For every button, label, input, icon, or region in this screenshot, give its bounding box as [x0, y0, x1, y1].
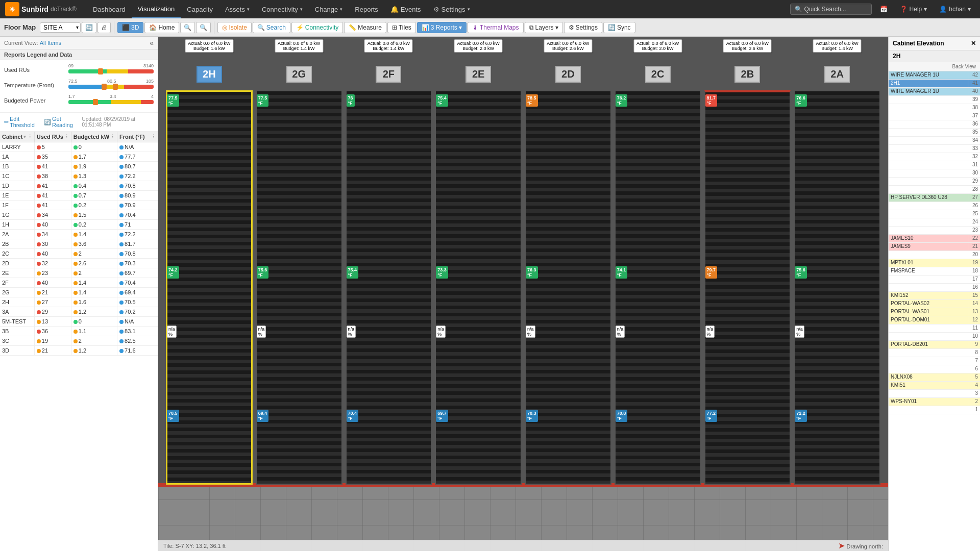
- elevation-row[interactable]: 29: [889, 178, 980, 186]
- search-button[interactable]: 🔍 Search: [253, 22, 290, 33]
- table-row[interactable]: 2H 27 1.6 70.5: [0, 297, 158, 307]
- isolate-button[interactable]: ◎ Isolate: [217, 22, 251, 33]
- elevation-row[interactable]: WIRE MANAGER 1U 42: [889, 71, 980, 80]
- table-row[interactable]: 1D 41 0.4 70.8: [0, 181, 158, 191]
- table-row[interactable]: 2G 21 1.4 69.4: [0, 288, 158, 297]
- table-row[interactable]: 2B 30 3.6 81.7: [0, 239, 158, 249]
- cabinet-2g[interactable]: Actual: 0.0 of 6.0 kWBudget: 1.4 kW 2G 7…: [256, 65, 342, 485]
- table-row[interactable]: 2D 32 2.6 70.3: [0, 259, 158, 268]
- zoom-in-button[interactable]: 🔍: [180, 22, 195, 33]
- current-view-link[interactable]: All Items: [40, 40, 61, 46]
- elevation-row[interactable]: JAMES9 21: [889, 243, 980, 251]
- cabinet-2c[interactable]: Actual: 0.0 of 6.0 kWBudget: 2.0 kW 2C 7…: [615, 65, 701, 485]
- table-row[interactable]: 2F 40 1.4 70.4: [0, 278, 158, 288]
- table-row[interactable]: 1F 41 0.2 70.9: [0, 201, 158, 210]
- table-row[interactable]: 3B 36 1.1 83.1: [0, 327, 158, 336]
- thermal-button[interactable]: 🌡 Thermal Maps: [468, 22, 524, 33]
- nav-events[interactable]: 🔔 Events: [384, 0, 427, 18]
- tiles-button[interactable]: ⊞ Tiles: [387, 22, 416, 33]
- elevation-row[interactable]: 17: [889, 276, 980, 284]
- elevation-row[interactable]: WPS-NY01 2: [889, 398, 980, 406]
- home-button[interactable]: 🏠 Home: [144, 22, 179, 33]
- elevation-row[interactable]: 39: [889, 96, 980, 104]
- elevation-row[interactable]: PORTAL-DB201 9: [889, 341, 980, 349]
- table-row[interactable]: 1A 35 1.7 77.7: [0, 152, 158, 162]
- elevation-row[interactable]: HP SERVER DL360 U28 27: [889, 194, 980, 202]
- collapse-button[interactable]: «: [150, 39, 154, 47]
- cabinet-2e[interactable]: Actual: 0.0 of 6.0 kWBudget: 2.0 kW 2E 7…: [435, 65, 522, 485]
- cabinet-2b[interactable]: Actual: 0.0 of 6.0 kWBudget: 3.6 kW 2B 8…: [704, 65, 791, 485]
- elevation-row[interactable]: KMI152 15: [889, 292, 980, 300]
- elevation-row[interactable]: PORTAL-WAS02 14: [889, 300, 980, 308]
- elevation-row[interactable]: MPTXL01 19: [889, 259, 980, 267]
- elevation-row[interactable]: 33: [889, 145, 980, 153]
- table-row[interactable]: 1C 38 1.3 72.2: [0, 171, 158, 181]
- elevation-close-icon[interactable]: ✕: [971, 40, 976, 47]
- elevation-row[interactable]: 35: [889, 129, 980, 137]
- table-row[interactable]: 5M-TEST 13 0 N/A: [0, 317, 158, 327]
- layers-button[interactable]: ⧉ Layers ▾: [525, 22, 563, 33]
- app-logo[interactable]: ☀ Sunbird dcTrack®: [5, 2, 77, 16]
- edit-threshold-link[interactable]: ✏ Edit Threshold: [4, 116, 40, 128]
- elevation-row[interactable]: 34: [889, 137, 980, 145]
- col-budgeted-kw[interactable]: Budgeted kW ⋮: [71, 132, 117, 142]
- col-used-rus[interactable]: Used RUs ⋮: [34, 132, 71, 142]
- elevation-row[interactable]: 1: [889, 406, 980, 414]
- nav-settings[interactable]: ⚙ Settings ▾: [427, 0, 476, 18]
- connectivity-button[interactable]: ⚡ Connectivity: [291, 22, 343, 33]
- 3d-button[interactable]: ⬛ 3D: [117, 22, 143, 33]
- col-front-f[interactable]: Front (°F) ⋮: [117, 132, 158, 142]
- table-row[interactable]: LARRY 5 0 N/A: [0, 142, 158, 152]
- nav-reports[interactable]: Reports: [349, 0, 384, 18]
- elevation-row[interactable]: 11: [889, 324, 980, 333]
- cabinet-2h[interactable]: Actual: 0.0 of 6.0 kW Budget: 1.6 kW 2H …: [166, 65, 253, 485]
- calendar-button[interactable]: 📅: [876, 6, 892, 13]
- cabinet-2d[interactable]: Actual: 0.0 of 6.0 kWBudget: 2.6 kW 2D 7…: [525, 65, 611, 485]
- elevation-row[interactable]: 10: [889, 333, 980, 341]
- print-button[interactable]: 🖨: [97, 22, 111, 33]
- site-select[interactable]: SITE A: [40, 22, 81, 33]
- zoom-out-button[interactable]: 🔍: [196, 22, 211, 33]
- get-reading-link[interactable]: 🔄 Get Reading: [44, 116, 78, 128]
- nav-change[interactable]: Change ▾: [309, 0, 349, 18]
- elevation-row[interactable]: KMI51 4: [889, 382, 980, 390]
- elevation-row[interactable]: 28: [889, 186, 980, 194]
- nav-connectivity[interactable]: Connectivity ▾: [256, 0, 309, 18]
- elevation-row[interactable]: NJLNX08 5: [889, 373, 980, 382]
- col-cabinet[interactable]: Cabinet ▾ ⋮: [0, 132, 34, 142]
- elevation-row[interactable]: 23: [889, 227, 980, 235]
- table-row[interactable]: 1B 41 1.9 80.7: [0, 162, 158, 171]
- cabinet-2f[interactable]: Actual: 0.0 of 6.0 kWBudget: 1.4 kW 2F 7…: [346, 65, 432, 485]
- sync-button[interactable]: 🔄 Sync: [603, 22, 635, 33]
- reports-button[interactable]: 📊 3 Reports ▾: [417, 22, 467, 33]
- elevation-row[interactable]: 2H1 41: [889, 80, 980, 88]
- table-row[interactable]: 3D 21 1.2 71.6: [0, 346, 158, 356]
- settings-tb-button[interactable]: ⚙ Settings: [564, 22, 602, 33]
- elevation-row[interactable]: 7: [889, 357, 980, 365]
- elevation-row[interactable]: 16: [889, 284, 980, 292]
- elevation-row[interactable]: WIRE MANAGER 1U 40: [889, 88, 980, 96]
- table-row[interactable]: 1E 41 0.7 80.9: [0, 191, 158, 201]
- table-row[interactable]: 2E 23 2 69.7: [0, 268, 158, 278]
- elevation-row[interactable]: 8: [889, 349, 980, 357]
- elevation-row[interactable]: JAMES10 22: [889, 235, 980, 243]
- elevation-row[interactable]: PORTAL-DOM01 12: [889, 316, 980, 324]
- elevation-row[interactable]: 30: [889, 169, 980, 178]
- quick-search-box[interactable]: 🔍 Quick Search...: [790, 4, 872, 15]
- elevation-row[interactable]: 6: [889, 365, 980, 373]
- elevation-row[interactable]: 20: [889, 251, 980, 259]
- measure-button[interactable]: 📏 Measure: [344, 22, 386, 33]
- table-row[interactable]: 2C 40 2 70.8: [0, 249, 158, 259]
- elevation-row[interactable]: 36: [889, 120, 980, 129]
- refresh-button[interactable]: 🔄: [82, 22, 96, 33]
- table-row[interactable]: 2A 34 1.4 72.2: [0, 230, 158, 239]
- elevation-row[interactable]: 24: [889, 218, 980, 227]
- table-row[interactable]: 3C 19 2 82.5: [0, 336, 158, 346]
- nav-dashboard[interactable]: Dashboard: [87, 0, 132, 18]
- table-row[interactable]: 3A 29 1.2 70.2: [0, 307, 158, 317]
- elevation-row[interactable]: 25: [889, 210, 980, 218]
- nav-visualization[interactable]: Visualization: [132, 0, 181, 18]
- help-button[interactable]: ❓ Help ▾: [896, 6, 932, 13]
- elevation-row[interactable]: 26: [889, 202, 980, 210]
- cabinet-2a[interactable]: Actual: 0.0 of 6.0 kWBudget: 1.4 kW 2A 7…: [794, 65, 880, 485]
